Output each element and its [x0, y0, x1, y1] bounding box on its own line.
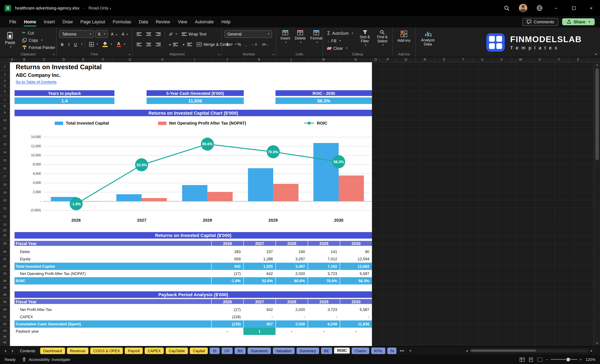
sheet-tab-sc[interactable]: Sc	[387, 347, 396, 354]
column-header-B[interactable]: B	[14, 57, 34, 62]
accounting-format-button[interactable]: $▾	[225, 41, 234, 47]
cell-2026[interactable]: -1.8%	[211, 277, 243, 284]
cell-2029[interactable]: 141	[308, 248, 340, 255]
font-dialog-launcher-icon[interactable]: ↘	[128, 53, 131, 56]
vertical-scrollbar[interactable]: ▲ ▼	[594, 62, 600, 346]
menu-tab-automate[interactable]: Automate	[191, 17, 217, 27]
kpi-value-0[interactable]: 1.4	[14, 98, 114, 104]
orientation-button[interactable]: ab▾	[167, 31, 179, 37]
cell-2028[interactable]: 190	[276, 248, 308, 255]
sheet-tab-valuation[interactable]: Valuation	[273, 347, 295, 354]
row-header-9[interactable]: 9	[0, 109, 9, 116]
row-header-35[interactable]: 35	[0, 284, 9, 291]
cell-2029[interactable]: 7,012	[308, 255, 340, 263]
format-painter-button[interactable]: Format Painter	[21, 45, 57, 51]
cell-2029[interactable]: 3,723	[308, 306, 340, 313]
cell-2027[interactable]: 507	[243, 320, 275, 328]
cell-2027[interactable]: 642	[243, 306, 275, 313]
row-header-30[interactable]: 30	[0, 248, 9, 255]
globe-icon[interactable]	[536, 5, 543, 11]
align-right-button[interactable]	[154, 42, 162, 47]
cell-2029[interactable]: 6,249	[308, 320, 340, 328]
fiscal-year-2029[interactable]: 2029	[308, 241, 340, 246]
autosum-button[interactable]: ΣAutoSum▾	[326, 29, 355, 37]
cell-2029[interactable]: 70.0%	[308, 277, 340, 284]
column-header-E[interactable]: E	[74, 57, 93, 62]
row-header-18[interactable]: 18	[0, 181, 9, 189]
comments-button[interactable]: Comments	[522, 18, 558, 26]
bold-button[interactable]: B	[59, 42, 65, 47]
comma-style-button[interactable]: ,	[244, 41, 248, 47]
fiscal-year-2030[interactable]: 2030	[340, 241, 372, 246]
vertical-scroll-thumb[interactable]	[595, 68, 599, 160]
collapse-ribbon-icon[interactable]: ▾	[595, 53, 597, 56]
cell-2030[interactable]: 5,587	[340, 306, 372, 313]
avatar[interactable]	[519, 4, 527, 12]
format-cells-button[interactable]: Format▾	[309, 29, 324, 45]
zoom-out-icon[interactable]: −	[546, 357, 548, 362]
select-all-corner[interactable]	[0, 57, 10, 62]
zoom-level[interactable]: 120%	[586, 357, 595, 362]
cell-2027[interactable]: 642	[243, 270, 275, 277]
grow-font-button[interactable]: A▴	[109, 31, 119, 37]
cell-2030[interactable]: 90	[340, 248, 372, 255]
number-format-select[interactable]: General▾	[225, 30, 272, 38]
alignment-dialog-launcher-icon[interactable]: ↘	[217, 53, 220, 56]
cell-2027[interactable]: 52.0%	[243, 277, 275, 284]
zoom-thumb[interactable]	[566, 358, 570, 361]
paste-button[interactable]: Paste▾	[3, 29, 18, 51]
row-header-3[interactable]: 3	[0, 78, 9, 84]
cell-2027[interactable]: 1	[243, 328, 275, 335]
fill-button[interactable]: ↓Fill▾	[326, 38, 355, 44]
find-select-button[interactable]: Find & Select▾	[375, 29, 390, 51]
borders-button[interactable]: ▾	[87, 41, 99, 47]
align-middle-button[interactable]	[145, 31, 153, 37]
column-header-C[interactable]: C	[35, 57, 54, 62]
cell-2029[interactable]: 7,152	[308, 263, 340, 270]
worksheet[interactable]: Returns on Invested Capital ABC Company …	[10, 62, 372, 346]
sheet-tab-captable[interactable]: CapTable	[166, 347, 188, 354]
increase-indent-button[interactable]: ►	[181, 42, 194, 47]
next-sheet-icon[interactable]: ›	[10, 348, 15, 354]
sort-filter-button[interactable]: Sort & Filter▾	[358, 29, 372, 51]
column-header-P[interactable]: P	[380, 57, 396, 62]
copy-button[interactable]: Copy▾	[21, 37, 57, 43]
cell-2028[interactable]: 3,297	[276, 255, 308, 263]
read-only-badge[interactable]: Read-Only▾	[88, 6, 111, 10]
scroll-up-icon[interactable]: ▲	[594, 62, 600, 68]
align-center-button[interactable]	[145, 42, 153, 47]
addins-button[interactable]: Add-ins	[395, 29, 412, 43]
align-left-button[interactable]	[135, 42, 143, 47]
column-header-J[interactable]: J	[211, 57, 243, 62]
row-header-5[interactable]: 5	[0, 88, 9, 95]
analyze-data-button[interactable]: Analyze Data	[418, 29, 438, 47]
row-header-41[interactable]: 41	[0, 313, 9, 320]
column-header-D[interactable]: D	[54, 57, 74, 62]
cell-2030[interactable]: 11,836	[340, 320, 372, 328]
cell-2026[interactable]: -	[211, 328, 243, 335]
row-header-44[interactable]: 44	[0, 335, 9, 339]
page-break-view-icon[interactable]	[537, 357, 542, 362]
cell-2026[interactable]: 659	[211, 255, 243, 263]
sheet-tab-capital[interactable]: Capital	[190, 347, 208, 354]
align-top-button[interactable]	[135, 31, 143, 37]
chart-area[interactable]: Total Invested CapitalNet Operating Prof…	[14, 116, 372, 229]
column-header-M[interactable]: M	[308, 57, 340, 62]
row-header-16[interactable]: 16	[0, 164, 9, 173]
cell-2030[interactable]: 56.3%	[340, 277, 372, 284]
cell-2029[interactable]: 3,723	[308, 270, 340, 277]
accessibility-status[interactable]: Accessibility: Investigate	[22, 357, 70, 362]
menu-tab-insert[interactable]: Insert	[40, 17, 58, 27]
grid-area[interactable]: 1234578910111213141516171819202122232425…	[0, 62, 600, 346]
cell-2030[interactable]: 12,683	[340, 263, 372, 270]
sheet-tab-contents[interactable]: Contents	[17, 347, 38, 354]
sheet-tab-charts[interactable]: Charts	[352, 347, 369, 354]
fiscal-year-2027[interactable]: 2027	[243, 241, 275, 246]
row-header-14[interactable]: 14	[0, 148, 9, 156]
cell-2029[interactable]: -	[308, 328, 340, 335]
menu-tab-formulas[interactable]: Formulas	[109, 17, 135, 27]
fiscal-year-2028[interactable]: 2028	[276, 299, 308, 304]
horizontal-scrollbar[interactable]: ◄ ►	[465, 349, 600, 352]
row-header-10[interactable]: 10	[0, 116, 9, 124]
row-header-19[interactable]: 19	[0, 188, 9, 196]
